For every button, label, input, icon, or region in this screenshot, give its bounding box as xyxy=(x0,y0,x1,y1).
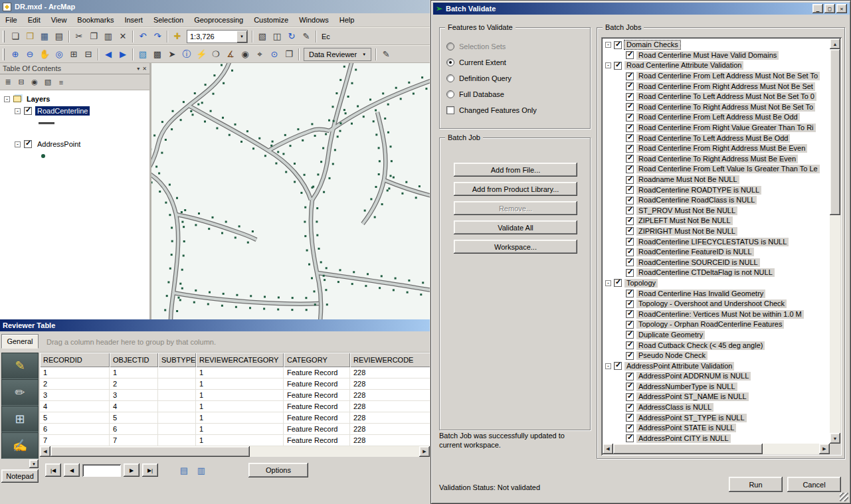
tree-item[interactable]: Roadname Must Not Be NULL xyxy=(603,175,830,185)
tree-item-checkbox[interactable] xyxy=(626,352,634,360)
tree-item-checkbox[interactable] xyxy=(626,227,634,235)
forward-extent-icon[interactable]: ▶ xyxy=(116,47,130,62)
radio-indicator[interactable] xyxy=(446,74,454,82)
tree-item[interactable]: -Domain Checks xyxy=(603,40,830,50)
edit-pencil-icon[interactable]: ✎ xyxy=(1,353,39,379)
refresh-view-icon[interactable]: ↻ xyxy=(284,29,299,44)
html-popup-icon[interactable]: ❍ xyxy=(209,47,223,62)
close-icon[interactable]: ✕ xyxy=(142,66,147,72)
fixed-zoom-out-icon[interactable]: ⊟ xyxy=(81,47,96,62)
tree-item[interactable]: AddressPoint ST_TYPE is NULL xyxy=(603,412,830,423)
options-button[interactable]: Options xyxy=(248,463,308,477)
tree-item-checkbox[interactable] xyxy=(614,41,622,49)
addresspoint-symbol[interactable] xyxy=(0,150,149,162)
tree-item[interactable]: AddressClass is NULL xyxy=(603,402,830,413)
tree-item-checkbox[interactable] xyxy=(614,62,622,70)
tree-item[interactable]: RoadCenterline: Vertices Must Not be wit… xyxy=(603,309,830,319)
toc-layers-root[interactable]: - Layers xyxy=(0,93,149,105)
identify-icon[interactable]: ⓘ xyxy=(179,47,194,62)
tree-item[interactable]: Topology - Orphan RoadCenterline Feature… xyxy=(603,319,830,330)
toc-layer-roadcenterline[interactable]: - RoadCenterline xyxy=(0,105,149,117)
menu-windows[interactable]: Windows xyxy=(294,13,334,26)
list-by-source-icon[interactable]: ⊟ xyxy=(15,76,28,89)
reviewer-edit-icon[interactable]: ✎ xyxy=(379,47,393,62)
prev-record-button[interactable]: ◀ xyxy=(64,463,80,477)
tree-item[interactable]: AddressPoint CITY is NULL xyxy=(603,434,830,444)
back-extent-icon[interactable]: ◀ xyxy=(101,47,116,62)
menu-insert[interactable]: Insert xyxy=(119,13,148,26)
scroll-right-icon[interactable]: ▶ xyxy=(419,446,430,457)
side-toolbar-more-icon[interactable]: ▾ xyxy=(29,460,39,468)
tree-item[interactable]: Road Centerline From Left Value Is Great… xyxy=(603,164,830,175)
find-icon[interactable]: ◉ xyxy=(238,47,252,62)
column-header-category[interactable]: CATEGORY xyxy=(284,353,350,367)
table-row[interactable]: 111Feature Record228 xyxy=(40,367,430,378)
delete-icon[interactable]: ✕ xyxy=(116,29,130,44)
measure-icon[interactable]: ∡ xyxy=(223,47,238,62)
toc-layer-addresspoint[interactable]: - AddressPoint xyxy=(0,138,149,150)
menu-geoprocessing[interactable]: Geoprocessing xyxy=(189,13,248,26)
cancel-button[interactable]: Cancel xyxy=(787,477,841,492)
fixed-zoom-in-icon[interactable]: ⊞ xyxy=(66,47,81,62)
scroll-left-icon[interactable]: ◀ xyxy=(40,446,50,457)
tree-item-checkbox[interactable] xyxy=(626,300,634,308)
button-add-from-file-[interactable]: Add from File... xyxy=(454,163,577,177)
layer-label[interactable]: AddressPoint xyxy=(35,139,82,149)
tree-item-checkbox[interactable] xyxy=(626,341,634,349)
tree-item-checkbox[interactable] xyxy=(626,186,634,194)
column-header-reviewercode[interactable]: REVIEWERCODE xyxy=(350,353,430,367)
add-data-icon[interactable]: ✚ xyxy=(170,29,185,44)
tree-item-checkbox[interactable] xyxy=(626,155,634,163)
list-by-visibility-icon[interactable]: ◉ xyxy=(28,76,41,89)
scroll-up-icon[interactable]: ▲ xyxy=(830,39,840,49)
tree-item[interactable]: ZIPLEFT Must Not Be NULL xyxy=(603,216,830,226)
tree-item[interactable]: AddressPoint STATE is NULL xyxy=(603,423,830,434)
scrollbar-thumb[interactable] xyxy=(830,49,840,215)
hyperlink-icon[interactable]: ⚡ xyxy=(194,47,209,62)
table-row[interactable]: 331Feature Record228 xyxy=(40,390,430,401)
scroll-right-icon[interactable]: ▶ xyxy=(819,444,830,454)
menu-edit[interactable]: Edit xyxy=(23,13,46,26)
table-row[interactable]: 551Feature Record228 xyxy=(40,412,430,424)
table-view-icon[interactable]: ▤ xyxy=(177,463,191,477)
toc-options-icon[interactable]: ≡ xyxy=(54,76,68,89)
tree-item-checkbox[interactable] xyxy=(626,238,634,246)
select-features-icon[interactable]: ▧ xyxy=(136,47,150,62)
tree-item-checkbox[interactable] xyxy=(626,176,634,184)
time-slider-icon[interactable]: ⊙ xyxy=(267,47,282,62)
menu-view[interactable]: View xyxy=(46,13,72,26)
tree-item[interactable]: AddressNumberType is NULL xyxy=(603,382,830,392)
table-row[interactable]: 771Feature Record228 xyxy=(40,435,430,446)
scrollbar-thumb[interactable] xyxy=(613,444,763,454)
zoom-in-icon[interactable]: ⊕ xyxy=(8,47,23,62)
tree-item[interactable]: RoadCenterline SOURCEID is NULL xyxy=(603,257,830,268)
toolbar-grip[interactable] xyxy=(3,31,5,42)
tree-item[interactable]: -Road Centerline Attribute Validation xyxy=(603,60,830,71)
toolbar-grip[interactable] xyxy=(3,48,5,60)
tree-item[interactable]: Road Centerline From Right Address Must … xyxy=(603,81,830,92)
save-icon[interactable]: ▦ xyxy=(37,29,52,44)
tree-item[interactable]: Road Centerline From Right Address Must … xyxy=(603,143,830,154)
tree-item-checkbox[interactable] xyxy=(614,362,622,370)
roadcenterline-symbol[interactable] xyxy=(0,117,149,129)
radio-indicator[interactable] xyxy=(446,58,454,66)
option-changed-features-only[interactable]: Changed Features Only xyxy=(446,102,586,118)
tree-item-checkbox[interactable] xyxy=(626,207,634,214)
table-row[interactable]: 441Feature Record228 xyxy=(40,401,430,412)
tree-item-checkbox[interactable] xyxy=(626,82,634,90)
tree-item-checkbox[interactable] xyxy=(626,258,634,266)
menu-bookmarks[interactable]: Bookmarks xyxy=(72,13,119,26)
option-selection-sets[interactable]: Selection Sets xyxy=(446,39,586,54)
tree-item[interactable]: RoadCenterline CTDeltaFlag is not NULL xyxy=(603,268,830,278)
layer-visibility-checkbox[interactable] xyxy=(24,140,32,148)
tree-item[interactable]: RoadCenterline LIFECYCLESTATUS is NULL xyxy=(603,236,830,247)
collapse-icon[interactable]: - xyxy=(4,96,10,102)
tree-item-checkbox[interactable] xyxy=(626,114,634,122)
column-header-reviewercategory[interactable]: REVIEWERCATEGORY xyxy=(196,353,284,367)
print-icon[interactable]: ▤ xyxy=(52,29,66,44)
tree-item-checkbox[interactable] xyxy=(626,103,634,111)
next-record-button[interactable]: ▶ xyxy=(124,463,140,477)
run-button[interactable]: Run xyxy=(729,477,783,492)
tree-item-checkbox[interactable] xyxy=(626,134,634,142)
scroll-down-icon[interactable]: ▼ xyxy=(830,433,840,444)
